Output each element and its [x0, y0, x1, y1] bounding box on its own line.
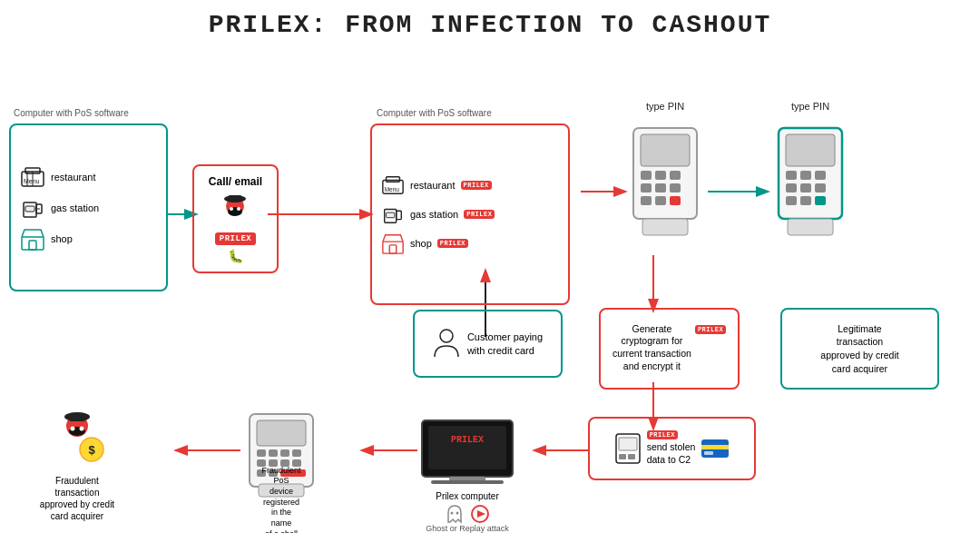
svg-rect-39: [655, 171, 666, 180]
svg-rect-45: [655, 196, 666, 205]
pos-terminal-2: [769, 123, 851, 244]
left-shop-label: shop: [51, 233, 73, 244]
svg-rect-46: [670, 196, 681, 205]
mid-restaurant-label: restaurant: [410, 180, 456, 191]
generate-prilex: PRILEX: [695, 325, 726, 334]
middle-pos-label: Computer with PoS software: [377, 108, 492, 118]
svg-rect-54: [800, 183, 811, 192]
svg-rect-43: [670, 183, 681, 192]
svg-rect-78: [257, 449, 266, 457]
ghost-replay-label: Ghost or Replay attack: [417, 524, 517, 533]
svg-rect-81: [292, 449, 301, 457]
svg-rect-59: [788, 219, 833, 235]
send-stolen-box: PRILEX send stolendata to C2: [588, 417, 756, 480]
mid-gasstation-label: gas station: [410, 209, 458, 220]
svg-text:Menu: Menu: [385, 186, 400, 192]
svg-rect-49: [786, 134, 835, 166]
svg-rect-71: [431, 480, 504, 484]
svg-rect-41: [641, 183, 652, 192]
prilex-badge-stolen: PRILEX: [647, 430, 678, 439]
svg-rect-52: [815, 171, 826, 180]
pos-terminal-1: [624, 123, 706, 244]
generate-label: Generatecryptogram forcurrent transactio…: [612, 323, 691, 373]
svg-rect-16: [25, 206, 34, 212]
send-stolen-label: send stolendata to C2: [647, 441, 696, 466]
svg-rect-92: [68, 413, 86, 421]
legitimate-label: Legitimatetransactionapproved by creditc…: [820, 322, 898, 376]
ghost-icon: [445, 504, 465, 524]
svg-rect-37: [641, 134, 690, 166]
svg-rect-63: [628, 454, 635, 459]
svg-marker-75: [477, 510, 485, 518]
svg-text:PRILEX: PRILEX: [451, 435, 484, 445]
svg-rect-23: [228, 195, 242, 202]
svg-rect-77: [257, 420, 306, 446]
svg-point-94: [71, 427, 75, 431]
prilex-label-call: PRILEX: [215, 232, 256, 245]
legitimate-box: Legitimatetransactionapproved by creditc…: [780, 308, 939, 390]
left-gasstation-label: gas station: [51, 202, 99, 213]
fraudulent-transaction-label: Fraudulenttransactionapproved by creditc…: [9, 475, 145, 522]
page-title: PRILEX: FROM INFECTION TO CASHOUT: [0, 0, 980, 46]
left-shop-row: shop: [20, 226, 73, 252]
svg-rect-51: [800, 171, 811, 180]
svg-rect-38: [641, 171, 652, 180]
svg-rect-58: [815, 196, 826, 205]
call-email-label: Call/ email: [209, 175, 262, 188]
svg-rect-65: [701, 445, 729, 449]
bug-icon: 🐛: [228, 249, 243, 263]
left-pos-label: Computer with PoS software: [14, 108, 129, 118]
svg-rect-34: [389, 245, 396, 253]
svg-point-25: [230, 207, 233, 211]
type-pin-2-label: type PIN: [769, 101, 851, 112]
svg-point-26: [237, 207, 240, 211]
svg-rect-80: [280, 449, 289, 457]
svg-point-73: [456, 512, 459, 515]
svg-rect-68: [428, 426, 506, 469]
svg-point-95: [80, 427, 84, 431]
svg-rect-19: [22, 237, 44, 250]
prilex-computer-label: Prilex computer: [417, 491, 517, 501]
svg-rect-44: [641, 196, 652, 205]
type-pin-1-label: type PIN: [624, 101, 706, 112]
svg-rect-79: [269, 449, 278, 457]
svg-rect-50: [786, 171, 797, 180]
fraudulent-transaction: $ Fraudulenttransactionapproved by credi…: [9, 410, 145, 522]
svg-rect-62: [619, 454, 626, 459]
mid-shop-label: shop: [410, 238, 432, 249]
svg-rect-47: [642, 219, 688, 235]
fraudulent-pos-label: Fraudulent PoS deviceregistered in the n…: [261, 466, 302, 534]
left-restaurant-row: Menu restaurant: [20, 164, 96, 190]
svg-rect-33: [383, 242, 403, 253]
svg-text:Menu: Menu: [24, 178, 40, 184]
mid-gasstation-row: gas station PRILEX: [381, 202, 495, 226]
play-icon: [470, 504, 490, 524]
svg-rect-40: [670, 171, 681, 180]
mid-shop-row: shop PRILEX: [381, 232, 468, 255]
middle-pos-box: Menu restaurant PRILEX gas station PRILE…: [370, 123, 570, 305]
svg-point-35: [440, 330, 453, 342]
customer-label: Customer payingwith credit card: [467, 331, 543, 357]
left-gasstation-row: gas station: [20, 195, 99, 221]
svg-rect-53: [786, 183, 797, 192]
svg-rect-42: [655, 183, 666, 192]
mid-gasstation-prilex: PRILEX: [464, 210, 495, 219]
call-email-box: Call/ email PRILEX 🐛: [192, 164, 279, 273]
svg-rect-61: [619, 438, 637, 450]
svg-rect-57: [800, 196, 811, 205]
mid-restaurant-row: Menu restaurant PRILEX: [381, 173, 492, 197]
svg-rect-55: [815, 183, 826, 192]
generate-box: Generatecryptogram forcurrent transactio…: [599, 308, 740, 390]
svg-rect-31: [387, 212, 395, 218]
svg-text:$: $: [88, 443, 95, 457]
left-restaurant-label: restaurant: [51, 172, 96, 183]
svg-rect-28: [387, 177, 400, 183]
svg-rect-32: [397, 211, 402, 219]
fraudulent-pos: Fraudulent PoS deviceregistered in the n…: [240, 410, 322, 503]
mid-restaurant-prilex: PRILEX: [461, 181, 492, 190]
mid-shop-prilex: PRILEX: [437, 239, 468, 248]
prilex-computer: PRILEX Prilex computer Ghost or Replay a…: [417, 419, 517, 533]
svg-point-72: [451, 512, 454, 515]
svg-rect-66: [704, 451, 713, 455]
svg-rect-20: [29, 241, 36, 250]
